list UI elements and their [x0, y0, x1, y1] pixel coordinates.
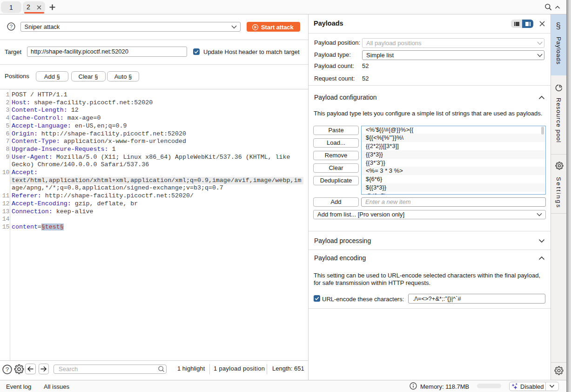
svg-text:?: ? — [6, 366, 9, 373]
svg-text:?: ? — [10, 24, 13, 29]
